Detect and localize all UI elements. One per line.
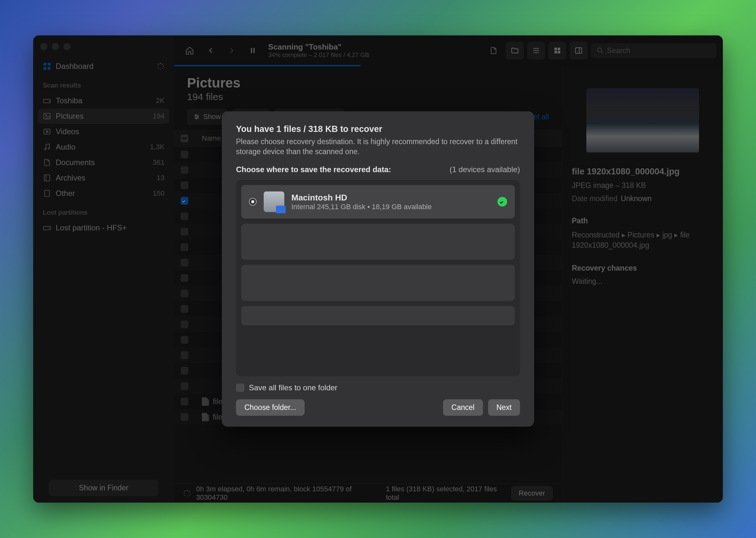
header-checkbox[interactable] xyxy=(181,134,188,142)
sidebar-item-count: 361 xyxy=(152,158,164,167)
sidebar-header-scan-results: Scan results xyxy=(38,76,169,91)
svg-point-44 xyxy=(189,490,190,492)
row-checkbox[interactable] xyxy=(181,166,188,174)
sidebar-item-other[interactable]: Other150 xyxy=(38,186,169,201)
toolbar: Scanning "Toshiba" 34% complete – 2 017 … xyxy=(174,35,723,66)
svg-rect-0 xyxy=(43,63,46,66)
inspector-date-key: Date modified xyxy=(572,194,617,203)
content-header: Pictures 194 files xyxy=(174,66,562,106)
scan-title: Scanning "Toshiba" xyxy=(268,42,369,51)
minimize-window[interactable] xyxy=(52,43,59,50)
save-one-folder-checkbox[interactable]: Save all files to one folder xyxy=(236,383,520,392)
sidebar-item-archives[interactable]: Archives13 xyxy=(38,170,169,186)
svg-point-11 xyxy=(158,64,159,65)
zoom-window[interactable] xyxy=(63,43,71,50)
sidebar-dashboard[interactable]: Dashboard xyxy=(38,59,169,74)
device-name: Macintosh HD xyxy=(291,193,432,203)
radio-selected-icon xyxy=(249,198,257,206)
row-checkbox[interactable] xyxy=(181,336,188,344)
category-icon xyxy=(43,189,51,197)
row-checkbox[interactable] xyxy=(181,351,188,359)
svg-point-4 xyxy=(160,63,161,64)
svg-rect-25 xyxy=(254,48,255,53)
close-window[interactable] xyxy=(40,43,47,50)
row-checkbox[interactable] xyxy=(181,212,188,220)
row-checkbox[interactable] xyxy=(181,274,188,282)
sidebar-lost-label: Lost partition - HFS+ xyxy=(56,223,127,232)
sidebar-item-videos[interactable]: Videos xyxy=(38,124,169,139)
device-option-placeholder xyxy=(241,306,515,325)
sidebar-item-documents[interactable]: Documents361 xyxy=(38,155,169,170)
row-checkbox[interactable] xyxy=(181,367,188,375)
sidebar-item-audio[interactable]: Audio1,3K xyxy=(38,139,169,155)
inspector-toggle-button[interactable] xyxy=(570,41,588,60)
svg-point-13 xyxy=(49,100,50,101)
sidebar-item-label: Archives xyxy=(56,174,85,183)
row-checkbox[interactable] xyxy=(181,413,188,421)
svg-point-41 xyxy=(198,116,198,117)
sidebar-item-toshiba[interactable]: Toshiba2K xyxy=(38,93,169,108)
pause-scan-button[interactable] xyxy=(244,41,262,60)
list-view-button[interactable] xyxy=(527,41,545,60)
next-button[interactable]: Next xyxy=(488,399,520,416)
row-checkbox[interactable] xyxy=(181,320,188,328)
row-checkbox[interactable] xyxy=(181,243,188,251)
search-icon xyxy=(597,47,604,54)
grid-view-button[interactable] xyxy=(548,41,566,60)
file-icon xyxy=(202,398,209,406)
recovery-destination-modal: You have 1 files / 318 KB to recover Ple… xyxy=(222,111,534,427)
svg-point-47 xyxy=(187,496,187,496)
svg-point-9 xyxy=(158,68,159,69)
sidebar-item-label: Audio xyxy=(56,142,75,151)
nav-back-button[interactable] xyxy=(202,41,220,60)
row-checkbox[interactable] xyxy=(181,182,188,189)
row-checkbox[interactable] xyxy=(181,259,188,266)
sidebar-item-count: 194 xyxy=(152,112,164,120)
svg-rect-31 xyxy=(554,51,557,53)
sidebar-item-label: Toshiba xyxy=(56,96,83,105)
svg-rect-3 xyxy=(48,67,51,70)
row-checkbox[interactable] xyxy=(181,228,188,236)
sidebar-lost-partition[interactable]: Lost partition - HFS+ xyxy=(38,220,169,236)
svg-rect-21 xyxy=(44,190,49,196)
svg-point-40 xyxy=(195,115,196,116)
sidebar-item-pictures[interactable]: Pictures194 xyxy=(38,108,169,124)
category-icon xyxy=(43,158,51,167)
search-field[interactable]: Search xyxy=(591,43,717,58)
svg-rect-27 xyxy=(533,50,539,51)
home-button[interactable] xyxy=(181,41,199,60)
app-window: Dashboard Scan results Toshiba2KPictures… xyxy=(33,35,723,503)
page-title: Pictures xyxy=(187,75,549,91)
row-checkbox[interactable] xyxy=(181,151,188,158)
row-checkbox[interactable] xyxy=(181,290,188,297)
svg-point-46 xyxy=(189,495,190,496)
recover-button[interactable]: Recover xyxy=(511,486,553,501)
new-file-button[interactable] xyxy=(485,41,502,60)
window-controls xyxy=(38,40,169,57)
sidebar-item-label: Other xyxy=(56,189,75,198)
cancel-button[interactable]: Cancel xyxy=(443,399,483,416)
filter-show[interactable]: Show xyxy=(187,109,227,125)
sidebar-item-label: Pictures xyxy=(56,112,84,121)
folder-view-button[interactable] xyxy=(506,41,524,60)
choose-folder-button[interactable]: Choose folder... xyxy=(236,399,305,416)
row-checkbox[interactable] xyxy=(181,197,188,205)
nav-forward-button[interactable] xyxy=(222,41,241,60)
drive-icon xyxy=(43,224,51,232)
svg-point-17 xyxy=(44,148,46,150)
device-details: Internal 245,11 GB disk • 18,19 GB avail… xyxy=(291,203,432,211)
check-ok-icon xyxy=(497,197,507,207)
show-in-finder-button[interactable]: Show in Finder xyxy=(49,480,158,496)
svg-point-42 xyxy=(196,118,197,119)
device-option-mac-hd[interactable]: Macintosh HD Internal 245,11 GB disk • 1… xyxy=(241,185,515,219)
row-checkbox[interactable] xyxy=(181,398,188,405)
inspector-chances-val: Waiting... xyxy=(572,277,713,286)
svg-point-6 xyxy=(163,66,164,67)
row-checkbox[interactable] xyxy=(181,305,188,313)
sidebar-item-count: 2K xyxy=(156,96,164,105)
svg-rect-14 xyxy=(44,113,50,119)
row-checkbox[interactable] xyxy=(181,382,188,390)
category-icon xyxy=(43,143,51,151)
sidebar-dashboard-label: Dashboard xyxy=(56,62,93,71)
category-icon xyxy=(43,174,51,182)
